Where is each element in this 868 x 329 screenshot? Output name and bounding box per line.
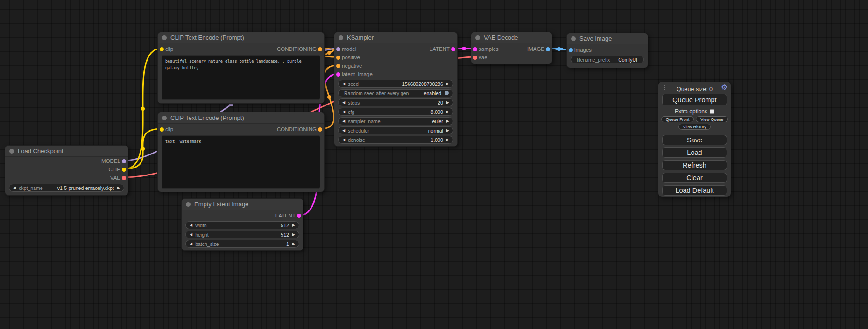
collapse-dot-icon[interactable] xyxy=(475,35,480,40)
queue-prompt-button[interactable]: Queue Prompt xyxy=(662,94,727,105)
collapse-dot-icon[interactable] xyxy=(339,35,343,40)
prev-arrow-icon[interactable]: ◀ xyxy=(341,110,346,114)
output-slot-latent: LATENT xyxy=(182,211,303,220)
extra-options-checkbox[interactable] xyxy=(710,109,714,114)
node-clip-text-encode-positive[interactable]: CLIP Text Encode (Prompt) clip CONDITION… xyxy=(157,32,325,104)
widget-label: filename_prefix xyxy=(577,57,610,63)
node-title-bar[interactable]: CLIP Text Encode (Prompt) xyxy=(158,32,324,43)
vae-input-dot[interactable] xyxy=(473,56,477,60)
prev-arrow-icon[interactable]: ◀ xyxy=(341,101,346,105)
prev-arrow-icon[interactable]: ◀ xyxy=(188,224,194,227)
widget-value: v1-5-pruned-emaonly.ckpt xyxy=(45,185,114,191)
ckpt-name-widget[interactable]: ◀ ckpt_name v1-5-pruned-emaonly.ckpt ▶ xyxy=(9,184,124,192)
node-empty-latent-image[interactable]: Empty Latent Image LATENT ◀ width 512 ▶ … xyxy=(181,198,303,251)
view-history-button[interactable]: View History xyxy=(678,124,711,130)
prev-arrow-icon[interactable]: ◀ xyxy=(341,129,346,133)
clip-input-dot[interactable] xyxy=(160,47,164,51)
input-slot-vae: vae xyxy=(471,53,552,62)
node-save-image[interactable]: Save Image images filename_prefix ComfyU… xyxy=(566,33,648,68)
clip-output-dot[interactable] xyxy=(122,168,126,172)
sampler-name-widget[interactable]: ◀ sampler_name euler ▶ xyxy=(338,117,453,125)
load-default-button[interactable]: Load Default xyxy=(662,185,727,196)
slot-label: CLIP xyxy=(108,167,120,172)
negative-input-dot[interactable] xyxy=(336,64,340,68)
node-clip-text-encode-negative[interactable]: CLIP Text Encode (Prompt) clip CONDITION… xyxy=(157,112,325,192)
next-arrow-icon[interactable]: ▶ xyxy=(445,119,451,123)
prev-arrow-icon[interactable]: ◀ xyxy=(341,82,346,86)
node-title-bar[interactable]: Load Checkpoint xyxy=(5,146,128,157)
node-title: Save Image xyxy=(579,35,612,42)
model-input-dot[interactable] xyxy=(336,47,340,51)
batch-size-widget[interactable]: ◀ batch_size 1 ▶ xyxy=(185,240,299,248)
scheduler-widget[interactable]: ◀ scheduler normal ▶ xyxy=(338,126,453,134)
widget-value: 512 xyxy=(209,223,289,228)
widget-label: sampler_name xyxy=(348,119,380,124)
prev-arrow-icon[interactable]: ◀ xyxy=(188,242,194,246)
conditioning-output-dot[interactable] xyxy=(318,127,322,132)
graph-canvas[interactable]: Load Checkpoint MODEL CLIP VAE ◀ ckpt_na… xyxy=(0,0,868,329)
prev-arrow-icon[interactable]: ◀ xyxy=(341,138,346,142)
next-arrow-icon[interactable]: ▶ xyxy=(116,186,121,190)
latent-output-dot[interactable] xyxy=(297,214,301,218)
clear-button[interactable]: Clear xyxy=(662,173,727,183)
model-output-dot[interactable] xyxy=(122,159,126,163)
positive-input-dot[interactable] xyxy=(336,56,340,60)
images-input-dot[interactable] xyxy=(569,48,573,52)
next-arrow-icon[interactable]: ▶ xyxy=(445,82,451,86)
next-arrow-icon[interactable]: ▶ xyxy=(445,138,451,142)
seed-widget[interactable]: ◀ seed 156680208700286 ▶ xyxy=(338,80,453,88)
next-arrow-icon[interactable]: ▶ xyxy=(291,242,296,246)
node-title-bar[interactable]: Save Image xyxy=(567,33,648,44)
clip-input-dot[interactable] xyxy=(160,127,164,132)
next-arrow-icon[interactable]: ▶ xyxy=(291,224,296,227)
collapse-dot-icon[interactable] xyxy=(186,202,191,207)
prev-arrow-icon[interactable]: ◀ xyxy=(188,233,194,237)
next-arrow-icon[interactable]: ▶ xyxy=(445,129,451,133)
random-seed-toggle-widget[interactable]: Random seed after every gen enabled xyxy=(338,89,453,97)
latent-output-dot[interactable] xyxy=(451,47,455,51)
widget-value: 8.000 xyxy=(356,109,443,115)
node-title-bar[interactable]: VAE Decode xyxy=(471,32,552,43)
next-arrow-icon[interactable]: ▶ xyxy=(445,101,451,105)
denoise-widget[interactable]: ◀ denoise 1.000 ▶ xyxy=(338,136,453,144)
settings-gear-icon[interactable]: ⚙ xyxy=(721,84,727,91)
prev-arrow-icon[interactable]: ◀ xyxy=(12,186,17,190)
height-widget[interactable]: ◀ height 512 ▶ xyxy=(185,231,299,238)
next-arrow-icon[interactable]: ▶ xyxy=(291,233,296,237)
node-title-bar[interactable]: Empty Latent Image xyxy=(182,199,303,210)
drag-handle-icon[interactable] xyxy=(663,85,663,86)
widget-value: enabled xyxy=(410,91,441,96)
load-button[interactable]: Load xyxy=(662,147,727,158)
input-slot-images: images xyxy=(567,46,648,54)
node-title: VAE Decode xyxy=(484,34,518,41)
image-output-dot[interactable] xyxy=(546,47,550,51)
negative-prompt-textarea[interactable]: text, watermark xyxy=(162,135,320,189)
cfg-widget[interactable]: ◀ cfg 8.000 ▶ xyxy=(338,108,453,116)
prev-arrow-icon[interactable]: ◀ xyxy=(341,119,346,123)
node-load-checkpoint[interactable]: Load Checkpoint MODEL CLIP VAE ◀ ckpt_na… xyxy=(5,145,128,196)
collapse-dot-icon[interactable] xyxy=(571,36,576,41)
width-widget[interactable]: ◀ width 512 ▶ xyxy=(185,221,299,229)
view-queue-button[interactable]: View Queue xyxy=(696,116,728,122)
collapse-dot-icon[interactable] xyxy=(162,116,167,120)
vae-output-dot[interactable] xyxy=(122,176,126,180)
save-button[interactable]: Save xyxy=(662,135,727,145)
node-title-bar[interactable]: KSampler xyxy=(334,32,457,43)
widget-value: ComfyUI xyxy=(612,57,637,63)
toggle-indicator-icon[interactable] xyxy=(445,91,449,95)
latent-image-input-dot[interactable] xyxy=(336,72,340,77)
queue-actions-row: Queue Front View Queue xyxy=(658,116,731,122)
node-title-bar[interactable]: CLIP Text Encode (Prompt) xyxy=(158,112,324,124)
collapse-dot-icon[interactable] xyxy=(162,35,167,40)
node-vae-decode[interactable]: VAE Decode samples IMAGE vae xyxy=(471,32,552,64)
samples-input-dot[interactable] xyxy=(473,47,477,51)
node-ksampler[interactable]: KSampler model LATENT positive negative … xyxy=(334,32,458,147)
refresh-button[interactable]: Refresh xyxy=(662,160,727,170)
filename-prefix-widget[interactable]: filename_prefix ComfyUI xyxy=(571,56,644,63)
queue-front-button[interactable]: Queue Front xyxy=(661,116,694,122)
positive-prompt-textarea[interactable]: beautiful scenery nature glass bottle la… xyxy=(162,55,320,100)
conditioning-output-dot[interactable] xyxy=(318,47,322,51)
next-arrow-icon[interactable]: ▶ xyxy=(445,110,451,114)
steps-widget[interactable]: ◀ steps 20 ▶ xyxy=(338,98,453,106)
collapse-dot-icon[interactable] xyxy=(9,149,14,154)
